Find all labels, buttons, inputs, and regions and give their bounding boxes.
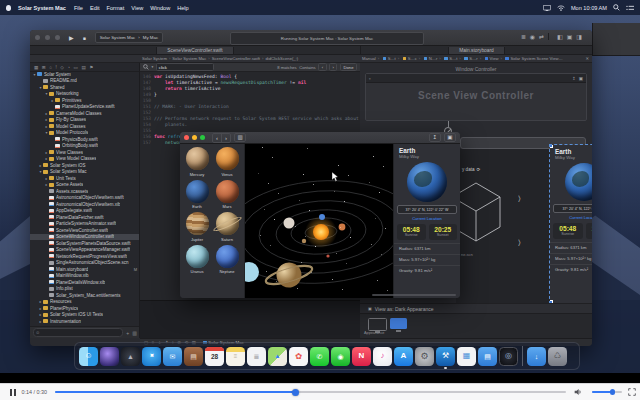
dock-app-icon[interactable]: ◎ [499,347,518,366]
dock-app-icon[interactable] [100,347,119,366]
menu-item[interactable]: View [131,5,143,11]
view-as-bar[interactable]: ▣ View as: Dark Appearance [360,303,592,313]
window-zoom-button[interactable] [55,35,60,40]
dock-app-icon[interactable]: A [394,347,413,366]
scheme-selector[interactable]: Solar System Mac › My Mac [95,32,163,43]
jumpbar-chip[interactable]: N…r [419,56,438,61]
sidebar-toggle-button[interactable]: ▥ [234,133,246,142]
jumpbar-chip[interactable]: Solar System Scene View… [501,56,563,61]
minimize-button[interactable] [192,135,197,140]
close-button[interactable] [184,135,189,140]
dock-app-icon[interactable]: N [352,347,371,366]
navigator-tab-icon[interactable]: ◔ [67,65,70,70]
menu-item[interactable]: File [74,5,83,11]
dock-app-icon[interactable]: ▦ [457,347,476,366]
debug-console[interactable] [140,300,360,338]
planet-item[interactable]: Mars [212,180,242,210]
editor-mode-button[interactable]: ◉ [530,33,535,40]
menu-item[interactable]: Window [150,5,170,11]
navigator-tab-icon[interactable]: ◇ [60,65,64,70]
dock-app-icon[interactable]: ▤ [478,347,497,366]
forward-button[interactable]: › [221,134,230,142]
breadcrumb-item[interactable]: Solar System [142,56,167,61]
dock-app-icon[interactable]: ↓ [527,347,546,366]
earth-globe[interactable] [407,162,447,202]
find-input[interactable]: click [156,63,214,71]
storyboard-earth-panel[interactable]: Earth Milky Way 37° 20' 4" N, 122° 0' 22… [550,145,592,303]
window-controller-scene[interactable]: ▫ ↥ ▣ Scene View Controller [365,73,587,121]
fullscreen-icon[interactable] [628,388,636,396]
find-next-button[interactable]: › [329,63,337,71]
dock-app-icon[interactable]: ▲ [121,347,140,366]
notification-center-icon[interactable] [626,5,634,11]
snapshot-button[interactable]: ▣ [444,133,456,142]
share-button[interactable]: ↥ [429,133,441,142]
filter-grid-icon[interactable]: ▥ [132,330,137,336]
breadcrumb-item[interactable]: Solar System Mac [167,56,206,61]
dock-app-icon[interactable]: ▤ [184,347,203,366]
menu-item[interactable]: Help [177,5,189,11]
seek-knob[interactable] [292,389,299,396]
volume-icon[interactable] [574,388,582,396]
dock-app-icon[interactable]: ◉ [331,347,350,366]
wifi-icon[interactable] [557,5,565,11]
dock-app-icon[interactable] [522,346,523,366]
navigator-tab-icon[interactable]: ○ [49,65,52,70]
find-done-button[interactable]: Done [340,63,357,71]
panel-toggle-button[interactable]: ◧ [557,33,563,40]
menu-item[interactable]: Edit [90,5,100,11]
run-button[interactable]: ▶ [69,34,74,41]
jumpbar-chip[interactable]: View [480,56,499,61]
editor-mode-button[interactable]: ⇄ [539,33,544,40]
navigator-tab-icon[interactable]: ⚑ [89,65,93,70]
dock-app-icon[interactable]: ✆ [310,347,329,366]
dock-app-icon[interactable]: ♺ [548,347,567,366]
planet-item[interactable]: Uranus [182,245,212,275]
volume-slider[interactable] [592,391,622,394]
jumpbar-chip[interactable]: S…c [398,56,417,61]
menu-bar-clock[interactable]: Mon 10:09 AM [571,5,607,11]
display-mirroring-icon[interactable] [543,5,551,11]
menu-item[interactable]: Format [107,5,125,11]
scene-dock-header[interactable]: Window Controller [360,66,592,72]
seek-bar[interactable] [55,391,566,394]
window-minimize-button[interactable] [45,35,50,40]
apple-menu-icon[interactable] [6,5,11,11]
dock-app-icon[interactable]: ▲ [268,347,287,366]
filter-field[interactable]: ⊙ [33,328,123,337]
panel-toggle-button[interactable]: ◨ [576,33,582,40]
planet-item[interactable]: Neptune [212,245,242,275]
dock-app-icon[interactable]: ⚙ [415,347,434,366]
navigator-tab-icon[interactable]: ▤ [81,65,85,70]
dock-app-icon[interactable]: ✦ [142,347,161,366]
dock-app-icon[interactable]: 28 [205,347,224,366]
back-button[interactable]: ‹ [213,134,221,142]
dock-app-icon[interactable]: ✉ [163,347,182,366]
jumpbar-chip[interactable]: S…t [378,56,396,61]
planet-item[interactable]: Earth [182,180,212,210]
dock-app-icon[interactable]: ⚒ [436,347,455,366]
dock-app-icon[interactable]: ☺ [79,347,98,366]
jumpbar-chip[interactable]: S…r [459,56,477,61]
selection-handle[interactable] [550,145,553,148]
breadcrumb-item[interactable]: SceneViewController.swift [206,56,260,61]
file-tree-row[interactable]: ▸ Instrumentation [30,318,140,323]
planet-item[interactable]: Venus [212,147,242,177]
stop-button[interactable]: ■ [83,35,86,41]
volume-knob[interactable] [610,389,616,395]
current-location-link[interactable]: Current Location [550,215,592,220]
light-appearance-monitor-icon[interactable] [368,318,387,331]
tab-main-storyboard[interactable]: Main.storyboard [448,47,504,54]
navigator-tab-icon[interactable]: ! [55,65,56,70]
camera-icon[interactable]: ▣ [579,76,583,81]
refresh-icon[interactable]: ⟳ [477,167,481,172]
planet-item[interactable]: Jupiter [182,212,212,242]
editor-mode-button[interactable]: ≣ [521,33,526,40]
current-location-link[interactable]: Current Location [394,216,460,221]
find-mode[interactable]: Contains [299,65,316,70]
horizontal-scrollbar[interactable] [372,294,456,296]
share-icon[interactable]: ↥ [572,76,576,81]
window-close-button[interactable] [35,35,40,40]
tab-sceneviewcontroller[interactable]: SceneViewController.swift [156,47,233,54]
app-menu-title[interactable]: Solar System Mac [18,5,66,11]
